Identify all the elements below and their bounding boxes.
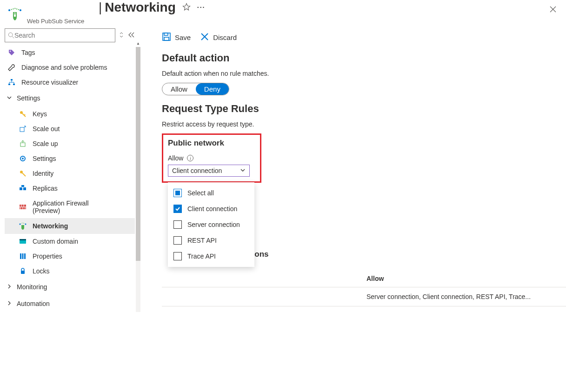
page-title: Networking xyxy=(105,0,175,15)
dd-client-connection[interactable]: Client connection xyxy=(168,201,254,217)
gear-icon xyxy=(19,155,27,162)
svg-rect-15 xyxy=(23,187,26,190)
svg-rect-10 xyxy=(20,143,25,146)
svg-point-0 xyxy=(8,9,10,11)
svg-rect-28 xyxy=(164,37,169,40)
service-icon xyxy=(7,7,23,23)
svg-rect-14 xyxy=(20,187,22,190)
svg-rect-16 xyxy=(21,185,24,187)
svg-point-12 xyxy=(22,158,24,159)
search-input[interactable] xyxy=(5,28,115,42)
collapse-icon[interactable] xyxy=(127,32,135,40)
svg-point-19 xyxy=(25,224,27,225)
allow-dropdown: Select all Client connection Server conn… xyxy=(168,182,254,267)
dd-select-all[interactable]: Select all xyxy=(168,185,254,201)
col-allow: Allow xyxy=(366,275,566,282)
sidebar-item-custom-domain[interactable]: Custom domain xyxy=(5,234,135,249)
discard-button[interactable]: Discard xyxy=(200,32,237,43)
scale-up-icon xyxy=(19,140,27,147)
default-action-toggle[interactable]: Allow Deny xyxy=(162,83,229,95)
identity-icon xyxy=(19,170,27,177)
replicas-icon xyxy=(19,185,27,192)
key-icon xyxy=(19,110,27,118)
lock-icon xyxy=(19,267,27,275)
default-action-heading: Default action xyxy=(162,52,566,64)
sidebar-group-automation[interactable]: Automation xyxy=(5,295,135,312)
sidebar-group-monitoring[interactable]: Monitoring xyxy=(5,279,135,295)
service-subtitle: Web PubSub Service xyxy=(27,18,84,25)
checkbox-icon xyxy=(173,252,182,260)
sidebar-item-properties[interactable]: Properties xyxy=(5,249,135,264)
svg-rect-7 xyxy=(13,84,15,85)
allow-select[interactable]: Client connection xyxy=(168,165,250,177)
dd-server-connection[interactable]: Server connection xyxy=(168,217,254,233)
sidebar-item-replicas[interactable]: Replicas xyxy=(5,181,135,196)
wrench-icon xyxy=(7,64,16,71)
dd-trace-api[interactable]: Trace API xyxy=(168,248,254,264)
scale-out-icon xyxy=(19,125,27,133)
default-action-desc: Default action when no rule matches. xyxy=(162,70,566,77)
chevron-down-icon xyxy=(240,167,246,174)
checkbox-icon xyxy=(173,220,182,229)
svg-rect-23 xyxy=(22,253,24,259)
firewall-icon xyxy=(19,203,27,211)
sidebar-item-scale-up[interactable]: Scale up xyxy=(5,136,135,151)
save-button[interactable]: Save xyxy=(162,32,191,43)
title-divider: | xyxy=(99,0,102,15)
tag-icon xyxy=(7,49,16,56)
discard-icon xyxy=(200,32,209,43)
svg-rect-27 xyxy=(164,33,168,35)
more-icon[interactable]: ··· xyxy=(197,4,206,11)
sidebar-item-scale-out[interactable]: Scale out xyxy=(5,121,135,136)
pe-row: Server connection, Client connection, RE… xyxy=(162,287,566,306)
svg-rect-25 xyxy=(21,271,25,274)
info-icon[interactable]: i xyxy=(187,155,193,161)
svg-rect-21 xyxy=(20,239,26,240)
visualizer-icon xyxy=(7,79,16,86)
sidebar-item-diagnose[interactable]: Diagnose and solve problems xyxy=(5,60,135,75)
sidebar-item-keys[interactable]: Keys xyxy=(5,106,135,121)
networking-icon xyxy=(19,222,27,230)
favorite-star-icon[interactable] xyxy=(182,3,191,13)
checkbox-checked-icon xyxy=(173,205,182,213)
sidebar-item-tags[interactable]: Tags xyxy=(5,45,135,60)
allow-option[interactable]: Allow xyxy=(162,83,196,95)
save-icon xyxy=(162,32,171,43)
chevron-down-icon xyxy=(7,94,12,102)
request-rules-desc: Restrict access by request type. xyxy=(162,120,566,128)
svg-rect-5 xyxy=(11,79,13,80)
allow-label: Allow xyxy=(168,154,183,162)
svg-rect-24 xyxy=(24,253,26,259)
domain-icon xyxy=(19,238,27,245)
sidebar-item-settings[interactable]: Settings xyxy=(5,151,135,166)
svg-rect-9 xyxy=(20,127,24,132)
chevron-right-icon xyxy=(7,300,12,307)
svg-rect-22 xyxy=(20,253,21,259)
svg-rect-2 xyxy=(14,14,16,17)
chevron-right-icon xyxy=(7,283,12,291)
pe-allow-value: Server connection, Client connection, RE… xyxy=(366,293,566,300)
sidebar-item-networking[interactable]: Networking xyxy=(5,218,135,234)
sidebar-item-locks[interactable]: Locks xyxy=(5,264,135,279)
close-icon[interactable] xyxy=(549,6,557,15)
sidebar-item-identity[interactable]: Identity xyxy=(5,166,135,181)
search-icon xyxy=(8,32,14,39)
svg-point-3 xyxy=(8,33,13,37)
sidebar-item-app-firewall[interactable]: Application Firewall (Preview) xyxy=(5,196,135,218)
svg-rect-6 xyxy=(8,84,10,85)
public-network-highlight: Public network Allow i Client connection… xyxy=(162,133,261,183)
sidebar-item-resource-visualizer[interactable]: Resource visualizer xyxy=(5,75,135,90)
deny-option[interactable]: Deny xyxy=(196,83,229,95)
checkbox-icon xyxy=(173,236,182,245)
updown-icon[interactable] xyxy=(119,31,124,40)
dd-rest-api[interactable]: REST API xyxy=(168,233,254,248)
svg-point-18 xyxy=(20,224,21,225)
svg-point-1 xyxy=(20,9,21,11)
request-rules-heading: Request Type Rules xyxy=(162,103,566,115)
checkbox-partial-icon xyxy=(173,189,182,197)
svg-point-4 xyxy=(10,51,11,52)
properties-icon xyxy=(19,252,27,260)
public-network-heading: Public network xyxy=(168,139,255,148)
sidebar-group-settings[interactable]: Settings xyxy=(5,90,135,106)
